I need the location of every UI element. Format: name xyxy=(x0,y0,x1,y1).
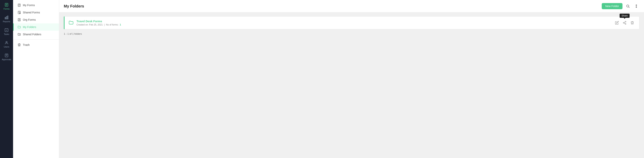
sidebar-org-forms-label: Org Forms xyxy=(23,18,36,21)
trash-icon xyxy=(18,43,21,47)
main-content: My Folders New Folder xyxy=(59,0,644,158)
sidebar-item-trash[interactable]: Trash xyxy=(13,41,59,48)
share-tooltip: Share xyxy=(620,14,630,18)
created-label: Created on: xyxy=(76,23,88,26)
svg-line-19 xyxy=(20,13,20,13)
folder-icon-wrap xyxy=(68,20,74,26)
sidebar-item-shared-forms[interactable]: Shared Forms xyxy=(13,9,59,16)
icon-nav: Forms Reports Tasks Users Approvals xyxy=(0,0,13,158)
nav-tasks-label: Tasks xyxy=(4,33,9,35)
shared-folders-icon xyxy=(18,33,21,36)
nav-users[interactable]: Users xyxy=(0,38,13,51)
form-count: 1 xyxy=(120,23,121,26)
svg-point-21 xyxy=(19,19,20,20)
svg-point-27 xyxy=(625,21,626,22)
folder-count: 1 - 1 of 1 folders xyxy=(64,32,640,35)
sort-icon xyxy=(634,4,638,8)
page-title: My Folders xyxy=(64,4,84,8)
svg-point-29 xyxy=(625,23,626,24)
created-date: Feb 25, 2021 xyxy=(89,23,103,26)
svg-rect-5 xyxy=(6,16,7,19)
search-icon xyxy=(626,4,630,8)
sidebar-item-my-forms[interactable]: My Forms xyxy=(13,1,59,9)
nav-reports[interactable]: Reports xyxy=(0,13,13,25)
svg-point-24 xyxy=(626,5,629,7)
folder-actions: Share xyxy=(614,20,635,26)
svg-rect-4 xyxy=(5,17,6,19)
sidebar-my-folders-label: My Folders xyxy=(23,25,36,28)
folder-name[interactable]: Travel Desk Forms xyxy=(76,19,614,23)
main-header: My Folders New Folder xyxy=(59,0,644,12)
header-actions: New Folder xyxy=(602,3,640,9)
folder-icon xyxy=(68,20,74,25)
share-folder-button[interactable]: Share xyxy=(622,20,628,26)
shared-forms-icon xyxy=(18,11,21,14)
nav-tasks[interactable]: Tasks xyxy=(0,25,13,38)
org-forms-icon xyxy=(18,18,21,21)
sort-button[interactable] xyxy=(633,3,640,9)
sidebar-trash-label: Trash xyxy=(23,43,30,46)
nav-forms[interactable]: Forms xyxy=(0,0,13,13)
folder-meta: Created on: Feb 25, 2021 | No of forms :… xyxy=(76,23,614,26)
svg-line-31 xyxy=(624,22,625,22)
edit-icon xyxy=(615,21,619,25)
edit-folder-button[interactable] xyxy=(614,20,620,26)
sidebar-my-forms-label: My Forms xyxy=(23,4,35,7)
share-icon xyxy=(623,21,626,25)
folders-content: Travel Desk Forms Created on: Feb 25, 20… xyxy=(59,12,644,158)
sidebar-item-my-folders[interactable]: My Folders xyxy=(13,23,59,31)
search-button[interactable] xyxy=(625,3,631,9)
no-of-forms-label: No of forms : xyxy=(106,23,119,26)
my-forms-icon xyxy=(18,3,21,7)
delete-folder-button[interactable] xyxy=(629,20,635,26)
nav-reports-label: Reports xyxy=(3,20,10,23)
sidebar-shared-forms-label: Shared Forms xyxy=(23,11,40,14)
nav-forms-label: Forms xyxy=(4,8,10,10)
nav-users-label: Users xyxy=(4,46,10,48)
sidebar: My Forms Shared Forms Org Forms My Folde… xyxy=(13,0,59,158)
sidebar-shared-folders-label: Shared Folders xyxy=(23,33,41,36)
folder-info: Travel Desk Forms Created on: Feb 25, 20… xyxy=(76,19,614,26)
svg-line-30 xyxy=(624,23,625,23)
svg-point-28 xyxy=(623,22,624,23)
nav-approvals-label: Approvals xyxy=(2,58,11,61)
my-folders-icon xyxy=(18,25,21,29)
delete-icon xyxy=(630,21,634,25)
svg-rect-6 xyxy=(8,16,8,19)
sidebar-item-shared-folders[interactable]: Shared Folders xyxy=(13,31,59,38)
svg-line-25 xyxy=(629,7,630,8)
nav-approvals[interactable]: Approvals xyxy=(0,51,13,63)
new-folder-button[interactable]: New Folder xyxy=(602,3,622,9)
folder-card: Travel Desk Forms Created on: Feb 25, 20… xyxy=(64,16,640,29)
sidebar-item-org-forms[interactable]: Org Forms xyxy=(13,16,59,23)
svg-point-8 xyxy=(6,41,7,43)
sidebar-divider xyxy=(13,39,59,40)
